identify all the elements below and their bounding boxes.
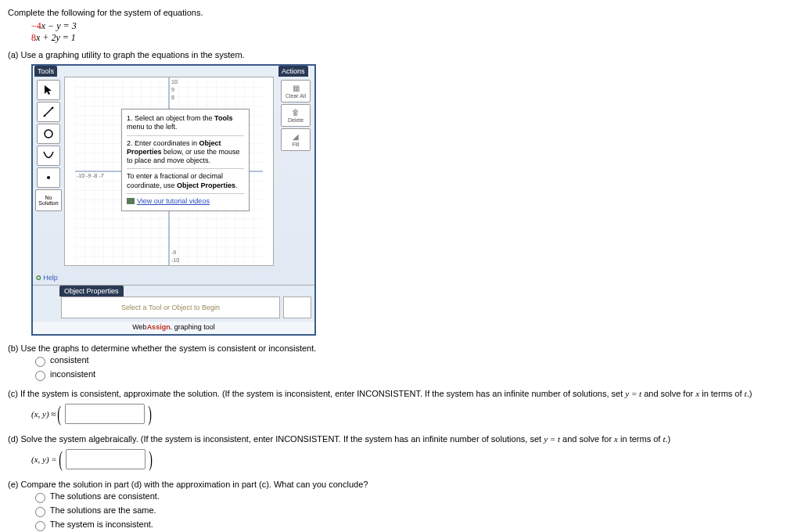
clear-all-button[interactable]: ▦Clear All	[281, 80, 311, 102]
graphing-tool: Tools No Solution Help	[31, 64, 316, 336]
fill-icon: ◢	[282, 132, 310, 141]
instr2-a: 2. Enter coordinates in	[127, 139, 199, 147]
axis-neg-ticks: -10 -9 -8 -7	[77, 173, 104, 178]
radio-inconsistent[interactable]	[35, 371, 45, 381]
radio-e2[interactable]	[35, 507, 45, 517]
svg-text:9: 9	[171, 87, 174, 92]
trash-icon: 🗑	[282, 108, 310, 117]
part-c-xy-label: (x, y) ≈	[31, 409, 56, 419]
instr1-b: Tools	[214, 114, 232, 122]
object-properties-preview	[283, 297, 311, 318]
svg-point-3	[45, 130, 52, 138]
part-b-text: (b) Use the graphs to determine whether …	[8, 343, 793, 353]
svg-point-1	[44, 115, 46, 117]
part-d-xy-label: (x, y) =	[31, 455, 57, 464]
eq2-rest: x + 2y = 1	[36, 32, 76, 43]
label-consistent: consistent	[50, 355, 89, 365]
actions-tab-label: Actions	[278, 66, 308, 77]
point-tool-icon[interactable]	[37, 167, 60, 188]
left-paren-icon: (	[59, 447, 63, 472]
graph-canvas[interactable]: -10 -9 -8 -7 7 8 9 10 10 9 8 -9 -10 1. S…	[64, 77, 274, 266]
tool-footer: WebWebAssignAssign. graphing tool	[33, 322, 314, 334]
actions-panel: Actions ▦Clear All 🗑Delete ◢Fill	[277, 66, 314, 285]
svg-point-2	[52, 107, 54, 110]
eq1-coef: −4	[31, 20, 41, 31]
part-c-answer-input[interactable]	[65, 404, 145, 424]
question-header: Complete the following for the system of…	[8, 8, 793, 17]
equation-block: −4x − y = 3 8x + 2y = 1	[31, 20, 793, 44]
clear-icon: ▦	[282, 84, 310, 92]
label-e1: The solutions are consistent.	[50, 491, 160, 501]
video-icon	[127, 198, 135, 204]
radio-consistent[interactable]	[35, 357, 45, 367]
pointer-tool-icon[interactable]	[37, 80, 60, 100]
fill-button[interactable]: ◢Fill	[281, 128, 311, 151]
svg-text:-9: -9	[171, 250, 176, 255]
no-solution-button[interactable]: No Solution	[35, 189, 62, 211]
label-e3: The system is inconsistent.	[50, 519, 153, 529]
parabola-tool-icon[interactable]	[37, 146, 60, 166]
tutorial-link[interactable]: View our tutorial videos	[137, 197, 210, 205]
part-c-text: (c) If the system is consistent, approxi…	[8, 389, 793, 398]
object-properties-placeholder: Select a Tool or Object to Begin	[61, 297, 280, 318]
label-e2: The solutions are the same.	[50, 505, 156, 515]
line-tool-icon[interactable]	[37, 102, 60, 122]
part-a-text: (a) Use a graphing utility to graph the …	[8, 50, 793, 59]
object-properties-tab: Object Properties	[59, 286, 124, 297]
radio-e3[interactable]	[35, 521, 45, 531]
svg-point-4	[47, 176, 50, 179]
instruction-overlay: 1. Select an object from the Tools menu …	[121, 109, 250, 211]
instr3-c: .	[235, 182, 238, 189]
part-d-text: (d) Solve the system algebraically. (If …	[8, 434, 793, 444]
svg-text:8: 8	[171, 95, 174, 100]
tools-tab-label: Tools	[34, 66, 57, 77]
circle-tool-icon[interactable]	[37, 124, 60, 144]
svg-text:10: 10	[171, 79, 178, 84]
part-d-answer-input[interactable]	[66, 449, 145, 469]
label-inconsistent: inconsistent	[50, 369, 95, 379]
object-properties-panel: Object Properties Select a Tool or Objec…	[33, 285, 314, 322]
part-e-text: (e) Compare the solution in part (d) wit…	[8, 480, 793, 489]
instr1-c: menu to the left.	[127, 123, 178, 131]
left-paren-icon: (	[58, 401, 62, 426]
help-link[interactable]: Help	[34, 274, 63, 282]
delete-button[interactable]: 🗑Delete	[281, 104, 311, 127]
radio-e1[interactable]	[35, 493, 45, 503]
svg-text:-10: -10	[171, 257, 179, 263]
right-paren-icon: )	[149, 447, 153, 472]
instr3-b: Object Properties	[177, 182, 235, 189]
eq1-rest: x − y = 3	[41, 20, 77, 31]
instr1-a: 1. Select an object from the	[127, 114, 214, 122]
right-paren-icon: )	[148, 401, 152, 426]
tools-panel: Tools No Solution Help	[33, 66, 64, 285]
